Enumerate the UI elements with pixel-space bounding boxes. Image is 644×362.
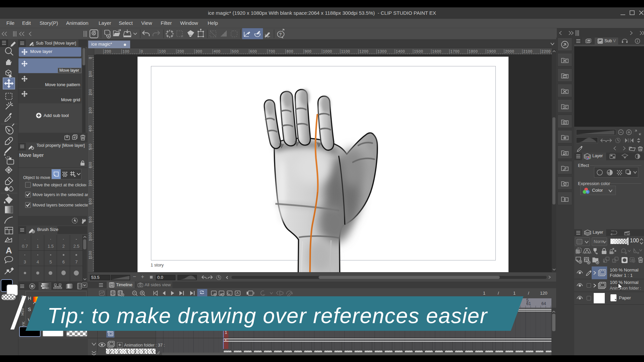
svg-text:1000: 1000 — [89, 232, 92, 241]
svg-text:100: 100 — [89, 71, 92, 77]
svg-text:1200: 1200 — [360, 49, 369, 53]
svg-text:100: 100 — [123, 49, 130, 53]
svg-text:/: / — [498, 291, 499, 296]
svg-text:300: 300 — [196, 49, 203, 53]
svg-text:500: 500 — [232, 49, 239, 53]
svg-text:1: 1 — [483, 291, 485, 296]
svg-text:64: 64 — [541, 301, 546, 306]
svg-text:200: 200 — [104, 49, 111, 53]
svg-text:800: 800 — [286, 49, 293, 53]
svg-text:400: 400 — [89, 125, 92, 132]
svg-text:1500: 1500 — [414, 49, 423, 53]
svg-text:900: 900 — [305, 49, 312, 53]
svg-text:1800: 1800 — [469, 49, 478, 53]
svg-text:900: 900 — [89, 216, 92, 223]
svg-text:0: 0 — [89, 57, 92, 59]
svg-text:?: ? — [279, 32, 282, 37]
svg-text:100: 100 — [159, 49, 166, 53]
svg-text:1900: 1900 — [487, 49, 496, 53]
svg-text:1300: 1300 — [378, 49, 387, 53]
svg-text:2000: 2000 — [505, 49, 514, 53]
svg-text:0: 0 — [141, 49, 143, 53]
svg-text:800: 800 — [89, 198, 92, 205]
svg-text:2200: 2200 — [542, 49, 551, 53]
svg-text:2100: 2100 — [523, 49, 532, 53]
svg-text:A: A — [6, 245, 12, 255]
svg-text:200: 200 — [177, 49, 184, 53]
svg-text:300: 300 — [89, 107, 92, 114]
svg-text:1100: 1100 — [341, 49, 350, 53]
svg-text:1000: 1000 — [323, 49, 332, 53]
svg-text:1700: 1700 — [450, 49, 460, 53]
svg-text:600: 600 — [89, 162, 92, 168]
svg-text:400: 400 — [214, 49, 221, 53]
svg-text:1100: 1100 — [89, 251, 92, 259]
svg-text:700: 700 — [268, 49, 275, 53]
svg-text:500: 500 — [89, 143, 92, 150]
svg-text:1400: 1400 — [396, 49, 405, 53]
svg-text:/: / — [528, 291, 529, 296]
svg-text:5: 5 — [526, 298, 529, 303]
svg-text:700: 700 — [89, 180, 92, 186]
svg-text:200: 200 — [89, 89, 92, 96]
svg-text:600: 600 — [250, 49, 257, 53]
svg-text:1600: 1600 — [432, 49, 441, 53]
svg-text:120: 120 — [540, 291, 547, 296]
svg-text:1: 1 — [513, 291, 516, 296]
